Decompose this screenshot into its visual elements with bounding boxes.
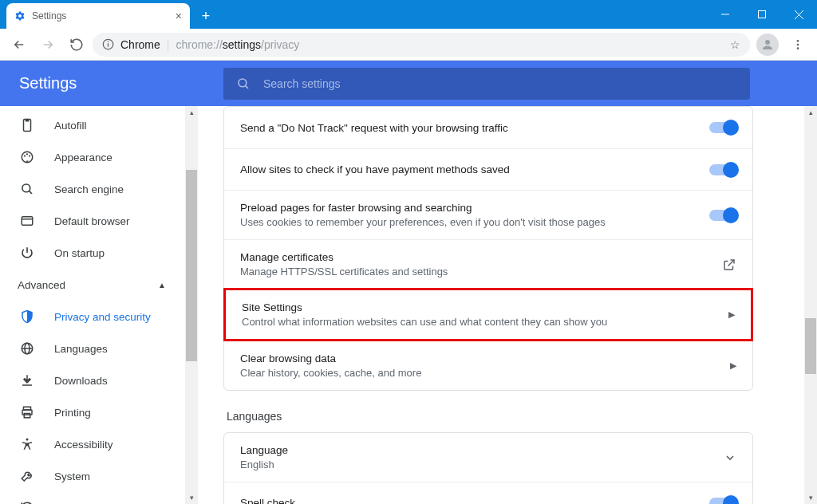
globe-icon (19, 341, 35, 356)
svg-point-9 (797, 43, 799, 45)
section-heading-languages: Languages (223, 410, 753, 432)
setting-row-site-settings[interactable]: Site SettingsControl what information we… (223, 288, 753, 341)
omnibox[interactable]: Chrome | chrome://settings/privacy ☆ (93, 33, 750, 57)
print-icon (19, 405, 35, 419)
url-prefix: Chrome (120, 38, 160, 51)
row-title: Manage certificates (240, 251, 712, 263)
setting-row-spell-check[interactable]: Spell check (224, 482, 752, 504)
privacy-card: Send a "Do Not Track" request with your … (223, 106, 753, 391)
sidebar-item-reset-and-clean-up[interactable]: Reset and clean up (0, 492, 185, 504)
scroll-thumb[interactable] (186, 170, 197, 361)
row-title: Language (240, 444, 714, 456)
scroll-up-icon[interactable]: ▴ (185, 106, 198, 119)
search-icon (236, 77, 251, 91)
row-title: Spell check (240, 497, 700, 504)
close-window-button[interactable] (780, 0, 817, 29)
appearance-icon (19, 150, 35, 164)
download-icon (19, 373, 35, 388)
toggle-switch[interactable] (709, 210, 736, 221)
row-title: Send a "Do Not Track" request with your … (240, 122, 700, 134)
row-title: Allow sites to check if you have payment… (240, 163, 700, 175)
sidebar-item-default-browser[interactable]: Default browser (0, 205, 185, 237)
scroll-up-icon[interactable]: ▴ (804, 106, 817, 119)
content-scrollbar[interactable]: ▴ ▾ (804, 106, 817, 504)
chevron-up-icon: ▲ (158, 281, 166, 289)
setting-row-manage-certificates[interactable]: Manage certificatesManage HTTPS/SSL cert… (224, 239, 752, 289)
svg-rect-5 (108, 43, 109, 46)
sidebar-item-languages[interactable]: Languages (0, 333, 185, 364)
svg-point-18 (29, 155, 30, 156)
page-title: Settings (0, 74, 223, 93)
bookmark-star-icon[interactable]: ☆ (730, 38, 740, 51)
new-tab-button[interactable]: + (195, 5, 217, 27)
svg-rect-26 (22, 384, 32, 386)
row-title: Site Settings (242, 301, 719, 313)
accessibility-icon (19, 437, 35, 451)
settings-search-input[interactable] (263, 77, 737, 90)
svg-rect-14 (26, 120, 30, 122)
browser-menu-button[interactable] (785, 32, 811, 57)
svg-point-10 (797, 47, 799, 49)
scroll-down-icon[interactable]: ▾ (185, 491, 198, 504)
setting-row-allow-sites-to-check-if-you-ha[interactable]: Allow sites to check if you have payment… (224, 148, 752, 190)
sidebar-item-printing[interactable]: Printing (0, 396, 185, 428)
sidebar-item-system[interactable]: System (0, 460, 185, 492)
setting-row-preload-pages-for-faster-brows[interactable]: Preload pages for faster browsing and se… (224, 190, 752, 239)
svg-point-16 (24, 155, 26, 156)
url-part: /privacy (261, 38, 299, 51)
row-title: Clear browsing data (240, 352, 720, 364)
svg-point-30 (26, 439, 29, 441)
scroll-thumb[interactable] (805, 318, 816, 374)
search-icon (19, 182, 35, 196)
toggle-switch[interactable] (709, 164, 736, 175)
row-subtitle: Control what information websites can us… (242, 316, 719, 328)
wrench-icon (19, 469, 35, 483)
address-bar: Chrome | chrome://settings/privacy ☆ (0, 29, 817, 61)
svg-point-7 (765, 40, 770, 45)
sidebar-item-downloads[interactable]: Downloads (0, 364, 185, 396)
sidebar-item-label: Languages (54, 343, 108, 355)
row-subtitle: Manage HTTPS/SSL certificates and settin… (240, 266, 712, 278)
forward-button[interactable] (35, 32, 61, 57)
site-info-icon[interactable] (102, 38, 114, 50)
power-icon (19, 246, 35, 260)
setting-row-send-a-do-not-track-request-wi[interactable]: Send a "Do Not Track" request with your … (224, 107, 752, 148)
sidebar-item-autofill[interactable]: Autofill (0, 109, 185, 141)
svg-line-20 (29, 191, 32, 194)
row-subtitle: English (240, 459, 714, 471)
sidebar-item-on-startup[interactable]: On startup (0, 237, 185, 269)
sidebar-item-appearance[interactable]: Appearance (0, 141, 185, 173)
setting-row-language[interactable]: LanguageEnglish (224, 433, 752, 482)
sidebar-item-search-engine[interactable]: Search engine (0, 173, 185, 205)
sidebar-item-label: Downloads (54, 375, 108, 387)
svg-line-12 (245, 85, 248, 89)
external-link-icon (722, 258, 736, 272)
sidebar-item-label: Printing (54, 407, 91, 419)
settings-sidebar: AutofillAppearanceSearch engineDefault b… (0, 106, 185, 504)
shield-icon (19, 309, 35, 324)
minimize-button[interactable] (707, 0, 744, 29)
scroll-down-icon[interactable]: ▾ (804, 491, 817, 504)
sidebar-scrollbar[interactable]: ▴ ▾ (185, 106, 198, 504)
sidebar-item-accessibility[interactable]: Accessibility (0, 428, 185, 460)
setting-row-clear-browsing-data[interactable]: Clear browsing dataClear history, cookie… (224, 341, 752, 390)
browser-tab[interactable]: Settings × (6, 3, 190, 29)
sidebar-section-advanced[interactable]: Advanced▲ (0, 269, 185, 301)
sidebar-item-label: Accessibility (54, 439, 113, 451)
settings-search[interactable] (223, 68, 750, 100)
svg-rect-6 (108, 41, 109, 42)
reload-button[interactable] (64, 32, 89, 57)
autofill-icon (19, 118, 35, 132)
chevron-right-icon: ▶ (730, 360, 736, 371)
maximize-button[interactable] (744, 0, 780, 29)
tab-title: Settings (32, 10, 66, 22)
toggle-switch[interactable] (709, 498, 736, 505)
svg-point-11 (239, 79, 247, 87)
chevron-down-icon (724, 451, 736, 464)
profile-avatar[interactable] (756, 33, 779, 56)
section-label: Advanced (18, 279, 65, 291)
close-tab-icon[interactable]: × (176, 10, 182, 22)
back-button[interactable] (6, 32, 32, 57)
toggle-switch[interactable] (709, 122, 736, 133)
sidebar-item-privacy-and-security[interactable]: Privacy and security (0, 301, 185, 333)
